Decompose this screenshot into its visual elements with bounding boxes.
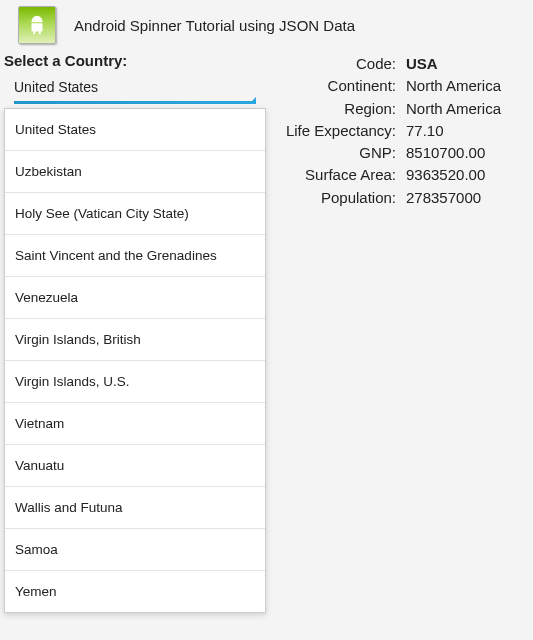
dropdown-item[interactable]: United States bbox=[5, 109, 265, 151]
detail-value: 9363520.00 bbox=[402, 165, 485, 185]
detail-surface-area: Surface Area: 9363520.00 bbox=[270, 165, 523, 185]
dropdown-item[interactable]: Virgin Islands, British bbox=[5, 319, 265, 361]
detail-label: Continent: bbox=[270, 76, 402, 96]
detail-label: Surface Area: bbox=[270, 165, 402, 185]
dropdown-item[interactable]: Uzbekistan bbox=[5, 151, 265, 193]
android-icon bbox=[26, 14, 48, 36]
detail-label: GNP: bbox=[270, 143, 402, 163]
dropdown-item[interactable]: Virgin Islands, U.S. bbox=[5, 361, 265, 403]
detail-label: Population: bbox=[270, 188, 402, 208]
spinner-underline bbox=[14, 101, 256, 104]
detail-value: USA bbox=[402, 54, 438, 74]
dropdown-item[interactable]: Vanuatu bbox=[5, 445, 265, 487]
detail-label: Region: bbox=[270, 99, 402, 119]
detail-population: Population: 278357000 bbox=[270, 188, 523, 208]
spinner-selected[interactable]: United States bbox=[0, 73, 270, 101]
dropdown-item[interactable]: Venezuela bbox=[5, 277, 265, 319]
dropdown-item[interactable]: Vietnam bbox=[5, 403, 265, 445]
dropdown-item[interactable]: Yemen bbox=[5, 571, 265, 612]
detail-life-expectancy: Life Expectancy: 77.10 bbox=[270, 121, 523, 141]
detail-label: Code: bbox=[270, 54, 402, 74]
app-header: Android Spinner Tutorial using JSON Data bbox=[0, 0, 533, 50]
detail-continent: Continent: North America bbox=[270, 76, 523, 96]
main-content: Select a Country: United States United S… bbox=[0, 50, 533, 613]
detail-value: North America bbox=[402, 76, 501, 96]
details-panel: Code: USA Continent: North America Regio… bbox=[270, 52, 533, 613]
detail-value: 8510700.00 bbox=[402, 143, 485, 163]
dropdown-item[interactable]: Wallis and Futuna bbox=[5, 487, 265, 529]
dropdown-item[interactable]: Saint Vincent and the Grenadines bbox=[5, 235, 265, 277]
app-title: Android Spinner Tutorial using JSON Data bbox=[74, 17, 355, 34]
detail-value: 77.10 bbox=[402, 121, 444, 141]
android-app-icon bbox=[18, 6, 56, 44]
spinner-label: Select a Country: bbox=[0, 52, 270, 69]
dropdown-item[interactable]: Holy See (Vatican City State) bbox=[5, 193, 265, 235]
detail-value: North America bbox=[402, 99, 501, 119]
detail-region: Region: North America bbox=[270, 99, 523, 119]
detail-label: Life Expectancy: bbox=[270, 121, 402, 141]
dropdown-item[interactable]: Samoa bbox=[5, 529, 265, 571]
detail-value: 278357000 bbox=[402, 188, 481, 208]
spinner-dropdown[interactable]: United States Uzbekistan Holy See (Vatic… bbox=[4, 108, 266, 613]
left-column: Select a Country: United States United S… bbox=[0, 52, 270, 613]
detail-gnp: GNP: 8510700.00 bbox=[270, 143, 523, 163]
detail-code: Code: USA bbox=[270, 54, 523, 74]
